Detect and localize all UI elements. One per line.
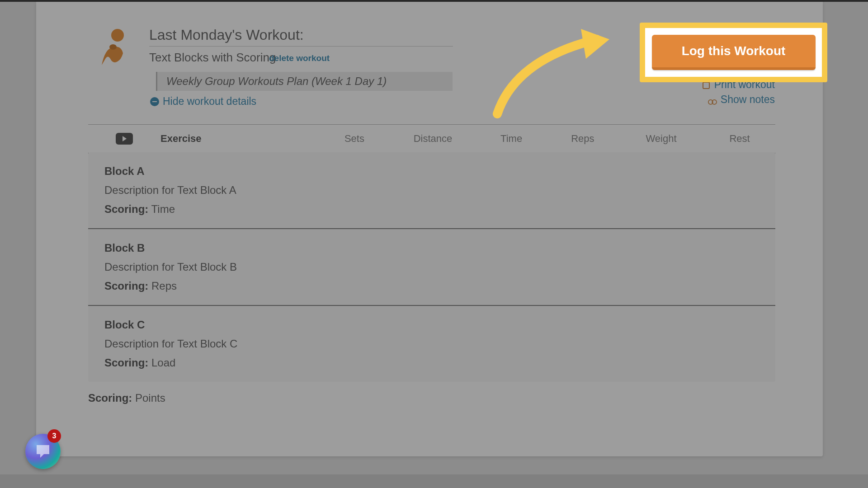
block-description: Description for Text Block A bbox=[104, 184, 759, 197]
delete-workout-link[interactable]: delete workout bbox=[269, 53, 330, 63]
block-description: Description for Text Block B bbox=[104, 261, 759, 273]
scoring-label: Scoring: bbox=[104, 357, 148, 369]
col-weight: Weight bbox=[618, 133, 704, 145]
workout-name: Text Blocks with Scoring bbox=[149, 51, 276, 65]
scoring-label: Scoring: bbox=[104, 203, 148, 215]
hide-details-link[interactable]: Hide workout details bbox=[150, 95, 256, 108]
blocks-wrap: Block A Description for Text Block A Sco… bbox=[88, 152, 775, 382]
col-time: Time bbox=[476, 133, 547, 145]
block-scoring: Scoring: Reps bbox=[104, 280, 759, 292]
title-underline bbox=[149, 46, 453, 47]
chat-unread-badge: 3 bbox=[47, 429, 61, 443]
overall-scoring-value: Points bbox=[135, 392, 165, 404]
svg-rect-2 bbox=[703, 82, 709, 89]
table-header: Exercise Sets Distance Time Reps Weight … bbox=[88, 124, 775, 154]
block-description: Description for Text Block C bbox=[104, 338, 759, 350]
plan-label: Weekly Group Workouts Plan (Week 1 Day 1… bbox=[156, 72, 453, 91]
notes-toggle-icon bbox=[708, 95, 717, 104]
avatar-icon bbox=[95, 27, 131, 70]
block-title: Block C bbox=[104, 319, 759, 331]
col-rest: Rest bbox=[704, 133, 775, 145]
chat-icon bbox=[34, 442, 52, 460]
overall-scoring: Scoring: Points bbox=[88, 382, 775, 404]
collapse-icon bbox=[150, 97, 159, 106]
scoring-value: Time bbox=[151, 203, 175, 215]
overall-scoring-label: Scoring: bbox=[88, 392, 132, 404]
block-a: Block A Description for Text Block A Sco… bbox=[88, 152, 775, 229]
blocks-container: Block A Description for Text Block A Sco… bbox=[88, 152, 775, 404]
svg-point-0 bbox=[111, 29, 124, 42]
scoring-value: Reps bbox=[151, 280, 177, 292]
block-title: Block A bbox=[104, 165, 759, 178]
col-exercise: Exercise bbox=[160, 133, 319, 145]
block-title: Block B bbox=[104, 242, 759, 254]
log-workout-button[interactable]: Log this Workout bbox=[652, 35, 816, 70]
col-distance: Distance bbox=[390, 133, 476, 145]
show-notes-link[interactable]: Show notes bbox=[708, 94, 775, 106]
col-reps: Reps bbox=[547, 133, 618, 145]
block-b: Block B Description for Text Block B Sco… bbox=[88, 229, 775, 306]
block-scoring: Scoring: Load bbox=[104, 357, 759, 369]
plan-text: Weekly Group Workouts Plan (Week 1 Day 1… bbox=[166, 75, 387, 88]
scoring-label: Scoring: bbox=[104, 280, 148, 292]
youtube-icon bbox=[116, 133, 133, 145]
highlight-frame: Log this Workout bbox=[640, 23, 827, 82]
page-title: Last Monday's Workout: bbox=[149, 27, 304, 43]
block-scoring: Scoring: Time bbox=[104, 203, 759, 216]
notes-label: Show notes bbox=[721, 94, 775, 106]
svg-point-1 bbox=[109, 44, 117, 50]
block-c: Block C Description for Text Block C Sco… bbox=[88, 306, 775, 382]
hide-details-label: Hide workout details bbox=[163, 95, 256, 108]
scoring-value: Load bbox=[151, 357, 175, 369]
col-sets: Sets bbox=[319, 133, 390, 145]
video-column-header bbox=[88, 133, 160, 145]
